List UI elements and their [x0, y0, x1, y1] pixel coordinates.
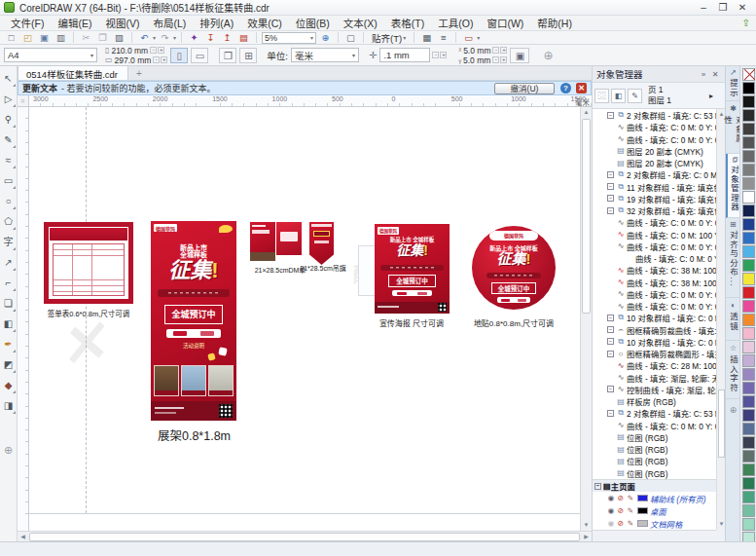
- menu-item-2[interactable]: 视图(V): [98, 15, 146, 31]
- minimize-button[interactable]: –: [696, 2, 711, 14]
- drawing-canvas[interactable]: ✕ 酷图网 酷图网 签单表0.6*0.8m,尺寸可调 德国菲玛 新品上市 全城样…: [29, 107, 580, 531]
- color-swatch[interactable]: [742, 382, 755, 394]
- menu-item-0[interactable]: 文件(F): [4, 15, 51, 31]
- scroll-left-icon[interactable]: ◀: [18, 532, 28, 542]
- save-icon[interactable]: ▣: [37, 32, 52, 44]
- color-swatch[interactable]: [742, 518, 755, 531]
- color-swatch[interactable]: [742, 177, 755, 190]
- tree-row[interactable]: ∿曲线 - 填充: C: 0 M: 0 Y: 0 K: [593, 420, 716, 431]
- tree-row[interactable]: ∿曲线 - 填充: C: 0 M: 0 Y: 0 K: [593, 133, 716, 145]
- tree-row[interactable]: −⌢图框精确剪裁曲线 - 填充: 无: [593, 324, 716, 336]
- color-swatch[interactable]: [742, 191, 755, 204]
- copy-icon[interactable]: ❐: [95, 32, 110, 44]
- tree-row[interactable]: ∿曲线 - 填充: C: 0 M: 0 Y: 0 K: [593, 121, 716, 132]
- printable-icon[interactable]: ⊘: [616, 506, 626, 515]
- menu-item-9[interactable]: 工具(O): [431, 15, 480, 31]
- master-layer-row[interactable]: ◉⊘✎桌面: [593, 504, 716, 517]
- snap-to-button[interactable]: 贴齐(T) ▾: [369, 31, 409, 45]
- edit-across-layers-icon[interactable]: ✎: [628, 89, 642, 103]
- fullscreen-preview-icon[interactable]: ⊕: [318, 32, 333, 44]
- tree-row[interactable]: 曲线 - 填充: C: 0 M: 0 Y: 0 K: [593, 252, 716, 264]
- print-icon[interactable]: ▥: [54, 32, 68, 44]
- expand-collapse-icon[interactable]: −: [607, 315, 614, 321]
- tree-row[interactable]: −⧉2 对象群组 - 填充: C: 53 M:: [593, 407, 716, 419]
- show-object-properties-icon[interactable]: ◧: [611, 89, 626, 103]
- master-expand-icon[interactable]: −: [594, 483, 601, 490]
- smart-fill-tool[interactable]: ◩: [1, 355, 17, 376]
- menu-item-4[interactable]: 排列(A): [193, 15, 240, 31]
- menu-item-1[interactable]: 编辑(E): [51, 15, 98, 31]
- alert-undo-button[interactable]: 撤消(U): [494, 83, 555, 94]
- tree-row[interactable]: ▤位图 (RGB): [593, 467, 716, 479]
- nudge-stepper[interactable]: -+: [432, 52, 447, 58]
- visibility-eye-icon[interactable]: ◉: [606, 494, 616, 502]
- layer-name[interactable]: 桌面: [650, 505, 666, 517]
- expand-collapse-icon[interactable]: −: [607, 386, 614, 392]
- landscape-button[interactable]: ▭: [191, 48, 208, 63]
- duplicate-x-stepper[interactable]: -+: [492, 47, 507, 54]
- open-icon[interactable]: ◰: [20, 32, 35, 44]
- tree-row[interactable]: −⧉2 对象群组 - 填充: C: 53 M:: [593, 109, 716, 121]
- polygon-tool[interactable]: ⬠: [1, 212, 17, 233]
- menu-item-6[interactable]: 位图(B): [289, 15, 337, 31]
- tree-row[interactable]: −⧉10 对象群组 - 填充: C: 0 M:: [593, 312, 716, 323]
- color-swatch[interactable]: [742, 218, 755, 231]
- alert-close-icon[interactable]: ✕: [576, 83, 587, 93]
- tree-row[interactable]: ▤位图 (RGB): [593, 455, 716, 466]
- vertical-scroll-thumb[interactable]: [582, 119, 591, 314]
- application-launcher-icon[interactable]: ▭: [461, 32, 476, 44]
- color-swatch[interactable]: [742, 368, 755, 381]
- docker-close-icon[interactable]: ✕: [709, 70, 721, 79]
- color-swatch[interactable]: [742, 164, 755, 176]
- tree-row[interactable]: ∿曲线 - 填充: C: 0 M: 0 Y: 0 K: [593, 216, 716, 228]
- cut-icon[interactable]: ✂: [79, 32, 93, 44]
- color-swatch[interactable]: [742, 504, 755, 517]
- visibility-eye-icon[interactable]: ◉: [606, 506, 616, 515]
- tree-row[interactable]: −⧉19 对象群组 - 填充: 填充色: [593, 193, 716, 204]
- page-flyout-icon[interactable]: ▸: [709, 92, 713, 100]
- pick-tool[interactable]: ↖: [1, 69, 17, 90]
- redo-dropdown-icon[interactable]: ▾: [173, 34, 176, 41]
- drop-shadow-tool[interactable]: ❏: [1, 294, 17, 315]
- current-page-button[interactable]: ⊞: [239, 48, 257, 63]
- master-layer-row[interactable]: ◉⊘✎文档网格: [593, 517, 716, 530]
- tree-row[interactable]: −⧉11 对象群组 - 填充: 填充色: [593, 181, 716, 193]
- color-swatch[interactable]: [742, 463, 755, 476]
- color-eyedropper-tool[interactable]: ✒: [1, 335, 17, 355]
- color-swatch[interactable]: [742, 273, 755, 285]
- master-layer-row[interactable]: ◉⊘✎辅助线 (所有页): [593, 492, 716, 504]
- artwork-signup-form[interactable]: [44, 222, 133, 304]
- zoom-tool[interactable]: ⚲: [1, 110, 17, 130]
- scroll-down-icon[interactable]: ▼: [581, 520, 592, 531]
- duplicate-y-stepper[interactable]: -+: [492, 56, 507, 63]
- expand-collapse-icon[interactable]: −: [607, 183, 614, 190]
- docker-tab-3[interactable]: ⊞对齐与分布...: [726, 218, 740, 298]
- propbar-add-icon[interactable]: ⊕: [543, 49, 553, 62]
- color-swatch[interactable]: [742, 123, 755, 135]
- units-combo[interactable]: 毫米 ▾: [291, 48, 359, 62]
- vertical-scrollbar[interactable]: ▲ ▼: [580, 107, 592, 531]
- tree-row[interactable]: −⧉2 对象群组 - 填充: C: 0 M: 0: [593, 168, 716, 180]
- current-page-label[interactable]: 页 1: [648, 85, 671, 95]
- color-swatch[interactable]: [742, 314, 755, 326]
- menu-item-10[interactable]: 窗口(W): [480, 15, 530, 31]
- artwork-roll-up-banner[interactable]: 德国菲玛 新品上市 全城样板 征集! 全城预订中 活动说明: [151, 221, 236, 421]
- transparency-tool[interactable]: ◧: [1, 315, 17, 335]
- menu-item-3[interactable]: 布局(L): [146, 15, 193, 31]
- page-preset-combo[interactable]: A4 ▾: [4, 48, 97, 62]
- shape-tool[interactable]: ▷: [1, 90, 17, 110]
- expand-collapse-icon[interactable]: −: [607, 410, 614, 417]
- tree-row[interactable]: ▤图层 20 副本 (CMYK): [593, 145, 716, 157]
- color-swatch[interactable]: [742, 150, 755, 163]
- docker-tab-2[interactable]: ⧉对象管理器: [726, 154, 740, 218]
- horizontal-scrollbar[interactable]: ◀ ▶: [18, 531, 592, 541]
- color-swatch[interactable]: [742, 409, 755, 422]
- tree-row[interactable]: ∿曲线 - 填充: C: 28 M: 100 Y:: [593, 359, 716, 371]
- color-swatch[interactable]: [742, 341, 755, 353]
- new-document-icon[interactable]: □: [4, 32, 18, 44]
- color-swatch[interactable]: [742, 109, 755, 122]
- search-content-icon[interactable]: ✦: [187, 32, 201, 44]
- tree-row[interactable]: ∿曲线 - 填充: C: 0 M: 0 Y: 0 K: [593, 241, 716, 252]
- tree-row[interactable]: ▤位图 (RGB): [593, 431, 716, 443]
- printable-icon[interactable]: ⊘: [616, 519, 626, 528]
